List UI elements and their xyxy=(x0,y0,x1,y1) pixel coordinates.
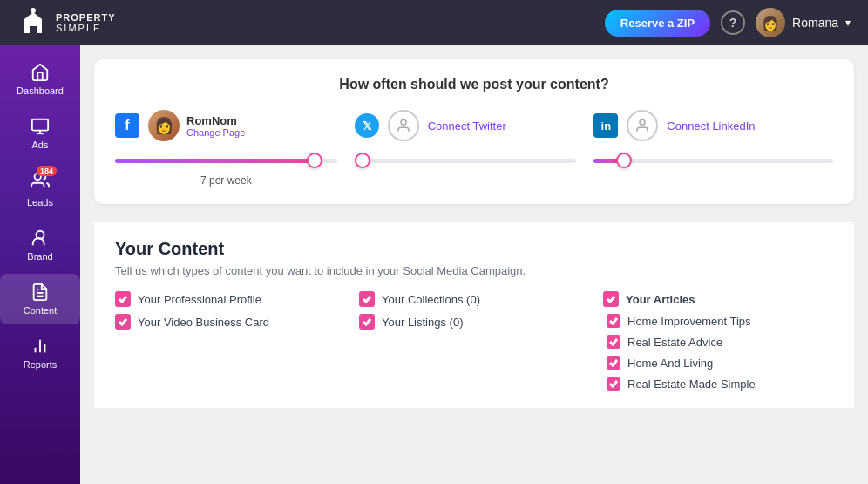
label-home-and-living: Home And Living xyxy=(627,357,713,370)
check-your-articles: Your Articles xyxy=(603,291,833,307)
checkbox-video-business-card[interactable] xyxy=(115,314,131,330)
linkedin-slider-fill xyxy=(593,159,617,163)
sidebar-label-leads: Leads xyxy=(27,197,53,208)
facebook-change-page[interactable]: Change Page xyxy=(186,127,245,138)
reserve-zip-button[interactable]: Reserve a ZIP xyxy=(605,10,710,37)
subcheckbox-real-estate-advice[interactable] xyxy=(607,335,620,349)
svg-point-1 xyxy=(31,8,36,13)
sidebar-item-leads[interactable]: 184 Leads xyxy=(0,162,80,216)
content-grid: Your Professional Profile Your Video Bus… xyxy=(115,291,833,391)
svg-point-13 xyxy=(640,119,645,125)
check-icon-2 xyxy=(118,317,128,327)
check-home-improvement: Home Improvement Tips xyxy=(603,314,833,328)
label-listings: Your Listings (0) xyxy=(382,316,463,329)
sub-check-icon-3 xyxy=(609,358,618,367)
checkbox-collections[interactable] xyxy=(359,291,375,307)
check-home-and-living: Home And Living xyxy=(603,356,833,370)
twitter-slider[interactable] xyxy=(355,152,577,169)
label-video-business-card: Your Video Business Card xyxy=(138,316,269,329)
your-content-subtitle: Tell us which types of content you want … xyxy=(115,264,833,277)
home-icon xyxy=(31,63,50,82)
sidebar-label-reports: Reports xyxy=(24,359,58,370)
your-content-title: Your Content xyxy=(115,239,833,259)
twitter-connect-link[interactable]: Connect Twitter xyxy=(428,119,506,133)
leads-badge: 184 xyxy=(37,166,57,176)
check-video-business-card: Your Video Business Card xyxy=(115,314,345,330)
facebook-avatar: 👩 xyxy=(148,110,180,141)
label-home-improvement: Home Improvement Tips xyxy=(627,315,751,328)
post-frequency-title: How often should we post your content? xyxy=(115,77,833,92)
checkbox-professional-profile[interactable] xyxy=(115,291,131,307)
linkedin-col: in Connect LinkedIn xyxy=(593,110,833,169)
help-button[interactable]: ? xyxy=(721,10,745,35)
sub-check-icon-1 xyxy=(609,317,618,325)
brand-icon xyxy=(31,228,50,248)
linkedin-connect-link[interactable]: Connect LinkedIn xyxy=(667,119,755,133)
check-listings: Your Listings (0) xyxy=(359,314,589,330)
sub-check-icon-4 xyxy=(609,379,618,388)
sidebar-item-dashboard[interactable]: Dashboard xyxy=(0,54,80,105)
label-professional-profile: Your Professional Profile xyxy=(138,293,261,306)
content-icon xyxy=(31,283,50,302)
facebook-user-name: RomNom xyxy=(186,114,245,127)
linkedin-slider-thumb[interactable] xyxy=(616,153,632,168)
svg-rect-2 xyxy=(32,119,48,131)
user-icon-li xyxy=(634,118,650,133)
label-your-articles: Your Articles xyxy=(626,293,695,306)
twitter-connect-area: Connect Twitter xyxy=(388,110,506,141)
facebook-slider-thumb[interactable] xyxy=(307,153,322,168)
checkbox-your-articles[interactable] xyxy=(603,291,619,307)
sidebar-label-ads: Ads xyxy=(32,140,49,150)
check-icon-3 xyxy=(362,294,372,304)
facebook-col: f 👩 RomNom Change Page xyxy=(115,110,355,187)
check-icon-4 xyxy=(362,317,372,327)
subcheckbox-home-improvement[interactable] xyxy=(607,314,620,328)
avatar: 👩 xyxy=(756,8,785,37)
facebook-slider-track xyxy=(115,159,337,163)
logo: PROPERTY SIMPLE xyxy=(17,7,116,38)
check-icon xyxy=(118,294,128,304)
check-real-estate-advice: Real Estate Advice xyxy=(603,335,833,349)
sidebar-item-ads[interactable]: Ads xyxy=(0,108,80,159)
logo-icon xyxy=(17,7,49,38)
twitter-slider-thumb[interactable] xyxy=(355,153,370,168)
checkbox-listings[interactable] xyxy=(359,314,375,330)
twitter-icon: 𝕏 xyxy=(355,113,379,138)
subcheckbox-real-estate-made-simple[interactable] xyxy=(607,377,620,391)
user-menu[interactable]: 👩 Romana ▾ xyxy=(756,8,851,37)
header-right: Reserve a ZIP ? 👩 Romana ▾ xyxy=(605,8,851,37)
header: PROPERTY SIMPLE Reserve a ZIP ? 👩 Romana… xyxy=(0,0,868,45)
content-col-3: Your Articles Home Improvement Tips Real… xyxy=(603,291,833,391)
facebook-header: f 👩 RomNom Change Page xyxy=(115,110,355,141)
linkedin-connect-circle xyxy=(627,110,658,141)
reports-icon xyxy=(31,337,50,356)
facebook-slider-label: 7 per week xyxy=(115,174,337,187)
sidebar-label-content: Content xyxy=(24,305,58,316)
user-name-label: Romana xyxy=(792,16,838,30)
social-row: f 👩 RomNom Change Page xyxy=(115,110,833,187)
twitter-slider-track xyxy=(355,159,577,163)
label-collections: Your Collections (0) xyxy=(382,293,480,306)
sidebar-item-reports[interactable]: Reports xyxy=(0,328,80,378)
linkedin-header: in Connect LinkedIn xyxy=(593,110,833,141)
leads-badge-wrap: 184 xyxy=(31,171,50,194)
ads-icon xyxy=(31,117,50,136)
label-real-estate-made-simple: Real Estate Made Simple xyxy=(627,378,756,391)
your-content-section: Your Content Tell us which types of cont… xyxy=(94,222,854,408)
layout: Dashboard Ads 184 Leads Brand Content Re… xyxy=(0,45,868,484)
linkedin-connect-area: Connect LinkedIn xyxy=(627,110,755,141)
subcheckbox-home-and-living[interactable] xyxy=(607,356,620,370)
facebook-slider[interactable] xyxy=(115,152,337,169)
facebook-icon: f xyxy=(115,113,139,138)
post-frequency-card: How often should we post your content? f… xyxy=(94,59,854,204)
check-collections: Your Collections (0) xyxy=(359,291,589,307)
facebook-info: RomNom Change Page xyxy=(186,114,245,138)
sidebar-item-brand[interactable]: Brand xyxy=(0,220,80,270)
sidebar-item-content[interactable]: Content xyxy=(0,274,80,324)
sidebar: Dashboard Ads 184 Leads Brand Content Re… xyxy=(0,45,80,484)
twitter-header: 𝕏 Connect Twitter xyxy=(355,110,594,141)
check-real-estate-made-simple: Real Estate Made Simple xyxy=(603,377,833,391)
twitter-connect-circle xyxy=(388,110,419,141)
linkedin-slider[interactable] xyxy=(593,152,833,169)
linkedin-slider-track xyxy=(593,159,833,163)
